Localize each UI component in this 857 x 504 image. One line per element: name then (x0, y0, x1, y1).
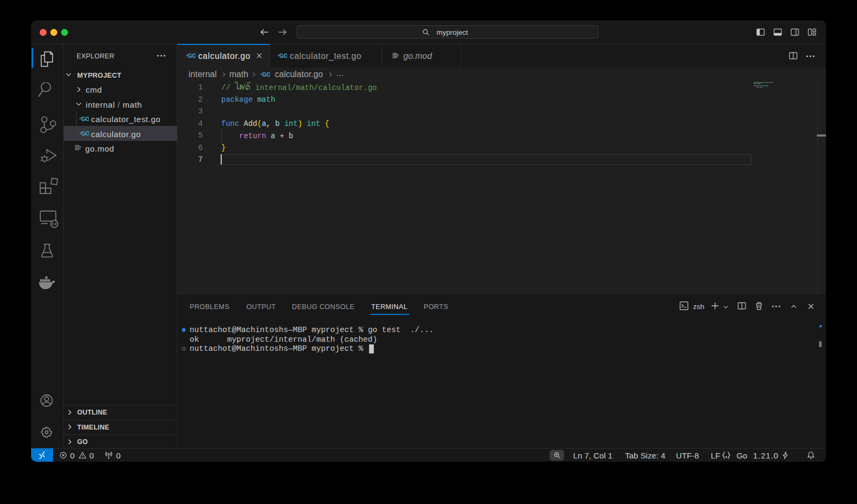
svg-text:GO: GO (81, 116, 89, 122)
svg-text:GO: GO (81, 130, 89, 137)
svg-text:GO: GO (280, 52, 287, 59)
svg-text:GO: GO (262, 71, 270, 78)
svg-text:GO: GO (188, 52, 196, 59)
